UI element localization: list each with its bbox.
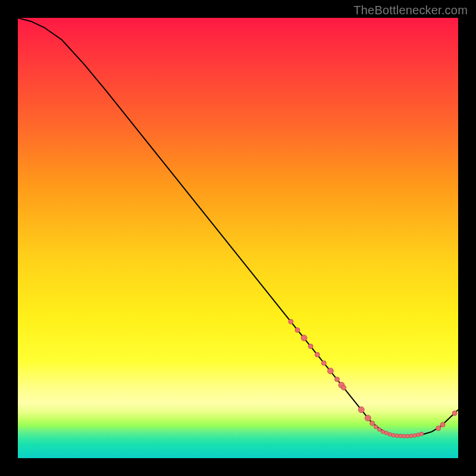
data-point-marker (315, 352, 320, 357)
data-point-marker (395, 434, 399, 437)
data-point-marker (413, 434, 416, 437)
data-point-marker (295, 328, 300, 333)
data-point-marker (308, 344, 313, 349)
data-point-marker (358, 407, 364, 413)
data-point-marker (327, 368, 333, 374)
data-point-marker (409, 434, 413, 437)
data-point-marker (365, 415, 371, 421)
data-point-marker (289, 320, 293, 324)
data-point-marker (342, 386, 346, 390)
bottleneck-curve (18, 18, 458, 436)
data-point-marker (440, 422, 445, 427)
data-point-marker (406, 434, 409, 438)
data-point-marker (377, 428, 381, 431)
chart-frame: TheBottlenecker.com (0, 0, 476, 476)
data-point-marker (301, 335, 307, 341)
data-point-marker (384, 431, 388, 435)
data-point-marker (381, 430, 384, 433)
data-point-marker (452, 411, 457, 416)
data-point-marker (392, 433, 395, 437)
watermark-text: TheBottlenecker.com (353, 4, 468, 17)
data-point-marker (436, 426, 441, 431)
data-point-marker (416, 433, 419, 437)
data-point-marker (419, 432, 423, 436)
data-point-marker (321, 361, 326, 365)
data-point-marker (399, 434, 402, 437)
data-point-marker (370, 421, 375, 426)
data-point-marker (335, 377, 340, 382)
data-point-marker (374, 425, 377, 428)
data-point-marker (388, 433, 392, 436)
data-point-marker (402, 434, 406, 438)
chart-svg (18, 18, 458, 458)
